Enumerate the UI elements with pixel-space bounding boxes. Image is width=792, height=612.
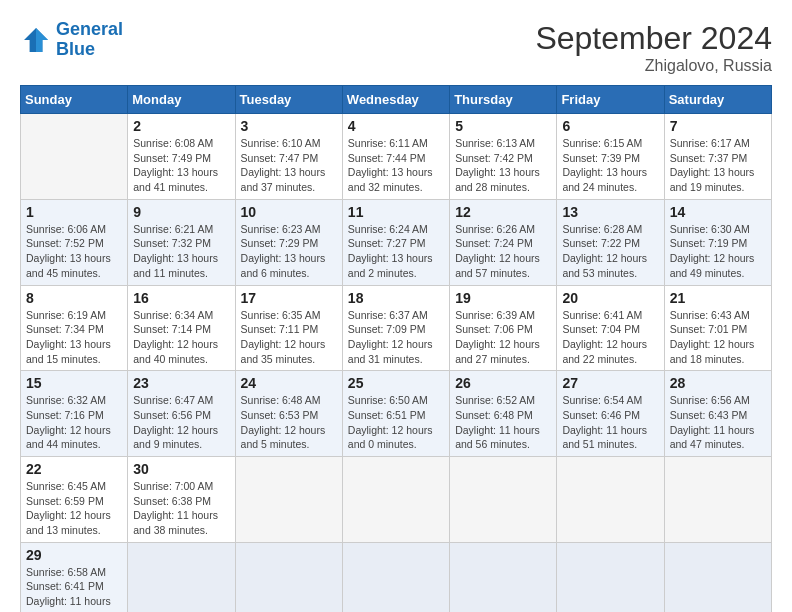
calendar-row-2: 8Sunrise: 6:19 AMSunset: 7:34 PMDaylight… bbox=[21, 285, 772, 371]
calendar-cell bbox=[450, 457, 557, 543]
day-number: 6 bbox=[562, 118, 658, 134]
calendar-cell: 5Sunrise: 6:13 AMSunset: 7:42 PMDaylight… bbox=[450, 114, 557, 200]
calendar-cell: 25Sunrise: 6:50 AMSunset: 6:51 PMDayligh… bbox=[342, 371, 449, 457]
calendar-cell bbox=[664, 542, 771, 612]
logo-icon bbox=[20, 24, 52, 56]
calendar-cell: 17Sunrise: 6:35 AMSunset: 7:11 PMDayligh… bbox=[235, 285, 342, 371]
calendar-cell bbox=[450, 542, 557, 612]
day-info: Sunrise: 6:50 AMSunset: 6:51 PMDaylight:… bbox=[348, 393, 444, 452]
calendar-cell: 24Sunrise: 6:48 AMSunset: 6:53 PMDayligh… bbox=[235, 371, 342, 457]
day-number: 25 bbox=[348, 375, 444, 391]
calendar-cell: 29Sunrise: 6:58 AMSunset: 6:41 PMDayligh… bbox=[21, 542, 128, 612]
calendar-cell bbox=[557, 457, 664, 543]
calendar-cell: 27Sunrise: 6:54 AMSunset: 6:46 PMDayligh… bbox=[557, 371, 664, 457]
day-number: 18 bbox=[348, 290, 444, 306]
day-number: 21 bbox=[670, 290, 766, 306]
day-number: 9 bbox=[133, 204, 229, 220]
calendar: SundayMondayTuesdayWednesdayThursdayFrid… bbox=[20, 85, 772, 612]
day-info: Sunrise: 6:28 AMSunset: 7:22 PMDaylight:… bbox=[562, 222, 658, 281]
calendar-cell: 2Sunrise: 6:08 AMSunset: 7:49 PMDaylight… bbox=[128, 114, 235, 200]
calendar-cell: 30Sunrise: 7:00 AMSunset: 6:38 PMDayligh… bbox=[128, 457, 235, 543]
day-info: Sunrise: 6:17 AMSunset: 7:37 PMDaylight:… bbox=[670, 136, 766, 195]
calendar-cell bbox=[342, 457, 449, 543]
day-number: 26 bbox=[455, 375, 551, 391]
calendar-cell bbox=[21, 114, 128, 200]
calendar-cell: 15Sunrise: 6:32 AMSunset: 7:16 PMDayligh… bbox=[21, 371, 128, 457]
day-info: Sunrise: 6:43 AMSunset: 7:01 PMDaylight:… bbox=[670, 308, 766, 367]
day-number: 14 bbox=[670, 204, 766, 220]
calendar-cell: 7Sunrise: 6:17 AMSunset: 7:37 PMDaylight… bbox=[664, 114, 771, 200]
day-info: Sunrise: 6:58 AMSunset: 6:41 PMDaylight:… bbox=[26, 565, 122, 612]
day-info: Sunrise: 6:35 AMSunset: 7:11 PMDaylight:… bbox=[241, 308, 337, 367]
calendar-row-4: 22Sunrise: 6:45 AMSunset: 6:59 PMDayligh… bbox=[21, 457, 772, 543]
calendar-cell: 3Sunrise: 6:10 AMSunset: 7:47 PMDaylight… bbox=[235, 114, 342, 200]
calendar-cell: 13Sunrise: 6:28 AMSunset: 7:22 PMDayligh… bbox=[557, 199, 664, 285]
day-number: 16 bbox=[133, 290, 229, 306]
calendar-cell: 26Sunrise: 6:52 AMSunset: 6:48 PMDayligh… bbox=[450, 371, 557, 457]
month-title: September 2024 bbox=[535, 20, 772, 57]
day-number: 13 bbox=[562, 204, 658, 220]
day-info: Sunrise: 7:00 AMSunset: 6:38 PMDaylight:… bbox=[133, 479, 229, 538]
day-number: 19 bbox=[455, 290, 551, 306]
calendar-cell: 28Sunrise: 6:56 AMSunset: 6:43 PMDayligh… bbox=[664, 371, 771, 457]
day-info: Sunrise: 6:45 AMSunset: 6:59 PMDaylight:… bbox=[26, 479, 122, 538]
day-info: Sunrise: 6:19 AMSunset: 7:34 PMDaylight:… bbox=[26, 308, 122, 367]
calendar-cell bbox=[128, 542, 235, 612]
day-number: 17 bbox=[241, 290, 337, 306]
day-number: 3 bbox=[241, 118, 337, 134]
logo-text: General Blue bbox=[56, 20, 123, 60]
header-friday: Friday bbox=[557, 86, 664, 114]
day-number: 20 bbox=[562, 290, 658, 306]
day-info: Sunrise: 6:08 AMSunset: 7:49 PMDaylight:… bbox=[133, 136, 229, 195]
location: Zhigalovo, Russia bbox=[535, 57, 772, 75]
day-number: 28 bbox=[670, 375, 766, 391]
day-info: Sunrise: 6:52 AMSunset: 6:48 PMDaylight:… bbox=[455, 393, 551, 452]
day-info: Sunrise: 6:37 AMSunset: 7:09 PMDaylight:… bbox=[348, 308, 444, 367]
day-info: Sunrise: 6:56 AMSunset: 6:43 PMDaylight:… bbox=[670, 393, 766, 452]
page-header: General Blue September 2024 Zhigalovo, R… bbox=[20, 20, 772, 75]
day-number: 29 bbox=[26, 547, 122, 563]
calendar-cell: 11Sunrise: 6:24 AMSunset: 7:27 PMDayligh… bbox=[342, 199, 449, 285]
calendar-cell: 12Sunrise: 6:26 AMSunset: 7:24 PMDayligh… bbox=[450, 199, 557, 285]
calendar-cell: 21Sunrise: 6:43 AMSunset: 7:01 PMDayligh… bbox=[664, 285, 771, 371]
day-info: Sunrise: 6:30 AMSunset: 7:19 PMDaylight:… bbox=[670, 222, 766, 281]
calendar-cell: 8Sunrise: 6:19 AMSunset: 7:34 PMDaylight… bbox=[21, 285, 128, 371]
header-thursday: Thursday bbox=[450, 86, 557, 114]
day-info: Sunrise: 6:21 AMSunset: 7:32 PMDaylight:… bbox=[133, 222, 229, 281]
day-info: Sunrise: 6:13 AMSunset: 7:42 PMDaylight:… bbox=[455, 136, 551, 195]
calendar-cell: 20Sunrise: 6:41 AMSunset: 7:04 PMDayligh… bbox=[557, 285, 664, 371]
calendar-cell: 10Sunrise: 6:23 AMSunset: 7:29 PMDayligh… bbox=[235, 199, 342, 285]
title-block: September 2024 Zhigalovo, Russia bbox=[535, 20, 772, 75]
day-number: 8 bbox=[26, 290, 122, 306]
day-info: Sunrise: 6:48 AMSunset: 6:53 PMDaylight:… bbox=[241, 393, 337, 452]
calendar-row-1: 1Sunrise: 6:06 AMSunset: 7:52 PMDaylight… bbox=[21, 199, 772, 285]
day-number: 12 bbox=[455, 204, 551, 220]
calendar-cell: 18Sunrise: 6:37 AMSunset: 7:09 PMDayligh… bbox=[342, 285, 449, 371]
calendar-cell: 6Sunrise: 6:15 AMSunset: 7:39 PMDaylight… bbox=[557, 114, 664, 200]
day-info: Sunrise: 6:11 AMSunset: 7:44 PMDaylight:… bbox=[348, 136, 444, 195]
day-info: Sunrise: 6:39 AMSunset: 7:06 PMDaylight:… bbox=[455, 308, 551, 367]
day-number: 24 bbox=[241, 375, 337, 391]
calendar-cell bbox=[557, 542, 664, 612]
day-info: Sunrise: 6:15 AMSunset: 7:39 PMDaylight:… bbox=[562, 136, 658, 195]
day-info: Sunrise: 6:47 AMSunset: 6:56 PMDaylight:… bbox=[133, 393, 229, 452]
day-info: Sunrise: 6:24 AMSunset: 7:27 PMDaylight:… bbox=[348, 222, 444, 281]
header-tuesday: Tuesday bbox=[235, 86, 342, 114]
calendar-cell: 23Sunrise: 6:47 AMSunset: 6:56 PMDayligh… bbox=[128, 371, 235, 457]
day-number: 2 bbox=[133, 118, 229, 134]
calendar-cell: 4Sunrise: 6:11 AMSunset: 7:44 PMDaylight… bbox=[342, 114, 449, 200]
header-saturday: Saturday bbox=[664, 86, 771, 114]
day-info: Sunrise: 6:32 AMSunset: 7:16 PMDaylight:… bbox=[26, 393, 122, 452]
calendar-cell: 16Sunrise: 6:34 AMSunset: 7:14 PMDayligh… bbox=[128, 285, 235, 371]
calendar-row-5: 29Sunrise: 6:58 AMSunset: 6:41 PMDayligh… bbox=[21, 542, 772, 612]
calendar-cell: 14Sunrise: 6:30 AMSunset: 7:19 PMDayligh… bbox=[664, 199, 771, 285]
day-info: Sunrise: 6:26 AMSunset: 7:24 PMDaylight:… bbox=[455, 222, 551, 281]
calendar-cell: 22Sunrise: 6:45 AMSunset: 6:59 PMDayligh… bbox=[21, 457, 128, 543]
header-sunday: Sunday bbox=[21, 86, 128, 114]
day-number: 23 bbox=[133, 375, 229, 391]
calendar-row-3: 15Sunrise: 6:32 AMSunset: 7:16 PMDayligh… bbox=[21, 371, 772, 457]
day-number: 22 bbox=[26, 461, 122, 477]
day-info: Sunrise: 6:06 AMSunset: 7:52 PMDaylight:… bbox=[26, 222, 122, 281]
calendar-cell bbox=[664, 457, 771, 543]
day-number: 30 bbox=[133, 461, 229, 477]
